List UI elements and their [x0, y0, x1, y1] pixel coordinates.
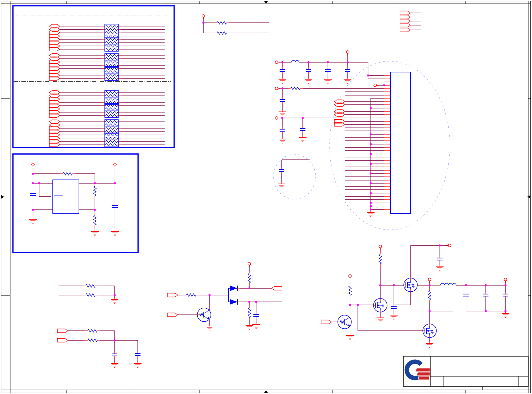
- resistor: [88, 339, 97, 342]
- power-port: [428, 278, 431, 281]
- resistor: [428, 290, 431, 300]
- diode-pair: [228, 286, 240, 305]
- pack-resistor: [105, 71, 118, 73]
- port-flag: [167, 293, 178, 297]
- power-port: [374, 84, 377, 87]
- power-port: [349, 275, 351, 277]
- center-marker: [1, 195, 4, 199]
- pack-resistor: [105, 143, 118, 146]
- center-marker: [264, 390, 268, 393]
- quanta-logo-stripe-icon: [416, 369, 430, 372]
- resistor: [349, 286, 351, 295]
- center-marker: [264, 1, 268, 4]
- transistor-collector: [344, 317, 350, 321]
- pack-resistor: [105, 124, 118, 126]
- junction-dot: [38, 182, 40, 184]
- junction-dot: [370, 202, 372, 204]
- center-marker: [528, 195, 530, 199]
- pack-resistor: [105, 45, 118, 47]
- pack-resistor: [105, 127, 118, 130]
- junction-dot: [255, 301, 257, 303]
- junction-dot: [114, 182, 116, 184]
- power-port: [379, 245, 382, 248]
- junction-dot: [370, 182, 372, 184]
- transistor: [338, 315, 351, 329]
- junction-dot: [370, 107, 372, 109]
- pack-resistor: [105, 28, 118, 31]
- junction-dot: [370, 153, 372, 155]
- resistor: [63, 172, 72, 175]
- junction-dot: [94, 209, 96, 211]
- junction-dot: [393, 284, 395, 286]
- resistor: [86, 294, 95, 296]
- annotation-ellipse: [330, 61, 450, 230]
- port-flag: [57, 329, 68, 333]
- resistor: [88, 329, 97, 332]
- junction-dot: [114, 294, 116, 296]
- junction-dot: [485, 310, 487, 312]
- junction-dot: [248, 301, 250, 303]
- junction-dot: [367, 74, 369, 76]
- junction-dot: [307, 61, 310, 63]
- junction-dot: [370, 208, 372, 210]
- pack-resistor: [105, 101, 118, 104]
- junction-dot: [429, 310, 431, 312]
- junction-dot: [281, 87, 283, 89]
- pack-resistor: [105, 91, 118, 94]
- power-port: [275, 61, 278, 64]
- pack-resistor: [105, 35, 118, 37]
- pack-resistor: [105, 131, 118, 133]
- board-connector: [345, 72, 411, 213]
- power-port: [32, 163, 34, 166]
- resistor: [217, 32, 227, 34]
- junction-dot: [32, 182, 34, 184]
- base-resistor: [200, 314, 204, 316]
- junction-dot: [429, 284, 431, 286]
- junction-dot: [370, 143, 372, 145]
- power-port: [504, 278, 507, 281]
- resistor: [248, 273, 251, 283]
- pack-resistor: [105, 137, 118, 139]
- resistor: [217, 21, 227, 24]
- diode-node: [228, 294, 229, 296]
- pack-resistor: [105, 104, 118, 107]
- junction-dot: [202, 22, 204, 24]
- junction-dot: [302, 117, 304, 119]
- resistor: [248, 308, 251, 318]
- schematic-canvas: [0, 0, 532, 394]
- base-resistor: [340, 321, 344, 323]
- port-flag: [271, 287, 282, 290]
- port-flag: [321, 320, 332, 324]
- pack-resistor: [105, 25, 118, 28]
- pack-resistor: [105, 64, 118, 67]
- junction-dot: [114, 339, 116, 341]
- junction-dot: [370, 192, 372, 194]
- port-flag: [57, 339, 68, 342]
- junction-dot: [281, 117, 283, 119]
- quanta-logo-stripe-icon: [418, 377, 429, 380]
- port-flag: [400, 19, 411, 23]
- junction-dot: [327, 61, 329, 63]
- pack-resistor: [105, 48, 118, 50]
- pack-resistor: [105, 111, 118, 114]
- pack-resistor: [105, 74, 118, 76]
- port-flag: [400, 28, 411, 32]
- circuit-block-frame: [13, 6, 174, 148]
- pack-resistor: [105, 108, 118, 110]
- pack-resistor: [105, 57, 118, 60]
- junction-dot: [248, 287, 250, 289]
- power-port: [248, 262, 251, 265]
- junction-dot: [379, 284, 381, 286]
- transistor-collector: [204, 310, 210, 313]
- pack-resistor: [105, 32, 118, 34]
- junction-dot: [439, 244, 441, 246]
- mosfet: [404, 278, 417, 292]
- port-flag: [400, 11, 411, 15]
- junction-dot: [347, 61, 349, 63]
- resistor: [86, 285, 95, 287]
- port-flag: [400, 23, 411, 27]
- junction-dot: [370, 133, 372, 135]
- pack-resistor: [105, 54, 118, 57]
- junction-dot: [349, 304, 351, 306]
- pack-resistor: [105, 61, 118, 63]
